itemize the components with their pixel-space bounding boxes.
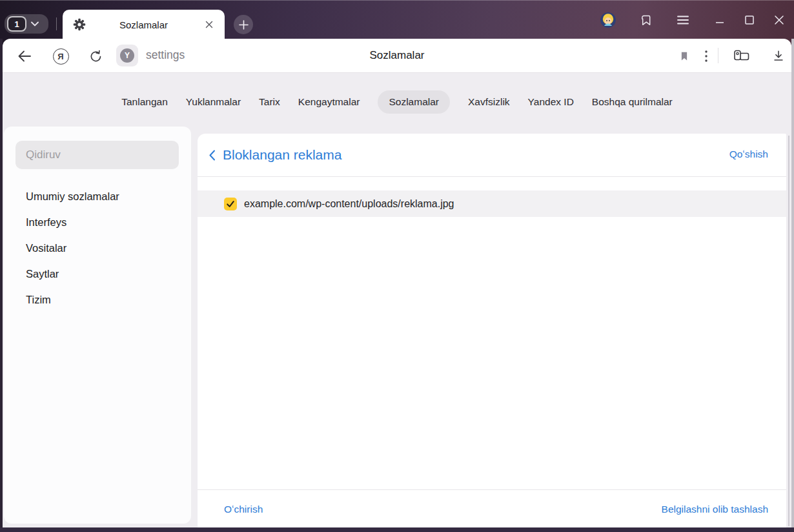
tab-title: Sozlamalar bbox=[63, 19, 225, 30]
profile-avatar[interactable] bbox=[595, 7, 621, 33]
chevron-down-icon bbox=[31, 21, 39, 26]
gear-icon bbox=[73, 18, 86, 34]
checkmark-icon bbox=[226, 200, 235, 208]
downloads-button[interactable] bbox=[768, 46, 789, 66]
blocked-ad-url: example.com/wp-content/uploads/reklama.j… bbox=[244, 198, 454, 210]
hamburger-icon bbox=[677, 15, 689, 25]
maximize-button[interactable] bbox=[735, 5, 764, 35]
blocked-ad-row[interactable]: example.com/wp-content/uploads/reklama.j… bbox=[198, 190, 786, 217]
sidebar-item-umumiy-sozlamalar[interactable]: Umumiy sozlamalar bbox=[4, 183, 191, 209]
avatar bbox=[600, 12, 616, 28]
window-border-left bbox=[0, 39, 3, 532]
titlebar-divider bbox=[56, 17, 57, 30]
bookmark-flag-icon bbox=[638, 13, 653, 27]
download-icon bbox=[771, 49, 786, 63]
header-divider bbox=[198, 176, 786, 177]
settings-sidebar: Umumiy sozlamalar Interfeys Vositalar Sa… bbox=[4, 127, 191, 524]
bookmark-button[interactable] bbox=[674, 46, 695, 66]
panel-footer: Oʻchirish Belgilashni olib tashlash bbox=[198, 490, 786, 528]
back-to-settings-button[interactable] bbox=[209, 150, 216, 161]
nav-tab-xavfsizlik[interactable]: Xavfsizlik bbox=[468, 96, 510, 108]
passwords-button[interactable] bbox=[731, 46, 751, 66]
panel-header: Bloklangan reklama Qoʻshish bbox=[198, 134, 786, 176]
bookmark-icon bbox=[678, 50, 690, 63]
browser-tab-settings[interactable]: Sozlamalar bbox=[63, 10, 225, 39]
toolbar-page-title: Sozlamalar bbox=[3, 49, 791, 62]
sidebar-item-saytlar[interactable]: Saytlar bbox=[4, 261, 191, 287]
kebab-menu-icon bbox=[705, 50, 707, 62]
toolbar-divider bbox=[718, 48, 718, 63]
clear-selection-link[interactable]: Belgilashni olib tashlash bbox=[662, 504, 768, 515]
search-input[interactable] bbox=[15, 141, 179, 169]
maximize-icon bbox=[745, 15, 754, 25]
browser-window: 1 Sozlamalar bbox=[0, 0, 794, 532]
delete-link[interactable]: Oʻchirish bbox=[224, 504, 263, 515]
scrollbar[interactable] bbox=[788, 136, 789, 526]
settings-nav: Tanlangan Yuklanmalar Tarix Kengaytmalar… bbox=[0, 73, 794, 131]
page-title[interactable]: Bloklangan reklama bbox=[223, 147, 341, 163]
window-border-bottom bbox=[0, 527, 794, 532]
tab-counter-button[interactable]: 1 bbox=[5, 14, 48, 34]
plus-icon bbox=[239, 20, 249, 30]
nav-tab-yandex-id[interactable]: Yandex ID bbox=[528, 96, 574, 108]
close-icon bbox=[775, 15, 784, 25]
window-border-right bbox=[791, 39, 794, 532]
sidebar-item-interfeys[interactable]: Interfeys bbox=[4, 209, 191, 235]
new-tab-button[interactable] bbox=[234, 15, 253, 34]
add-link[interactable]: Qoʻshish bbox=[729, 148, 768, 160]
row-checkbox[interactable] bbox=[224, 198, 237, 210]
browser-toolbar: Я Y settings Sozlamalar bbox=[3, 39, 791, 73]
tab-count: 1 bbox=[14, 19, 19, 29]
close-icon bbox=[205, 21, 213, 28]
tab-count-badge: 1 bbox=[7, 16, 26, 32]
notifications-button[interactable] bbox=[633, 7, 658, 33]
window-close-button[interactable] bbox=[764, 5, 794, 35]
nav-tab-tanlangan[interactable]: Tanlangan bbox=[121, 96, 168, 108]
nav-tab-yuklanmalar[interactable]: Yuklanmalar bbox=[186, 96, 241, 108]
minimize-icon bbox=[715, 15, 724, 25]
nav-tab-boshqa-qurilmalar[interactable]: Boshqa qurilmalar bbox=[592, 96, 673, 108]
blocked-ads-panel: Bloklangan reklama Qoʻshish example.com/… bbox=[198, 134, 786, 528]
nav-tab-kengaytmalar[interactable]: Kengaytmalar bbox=[298, 96, 360, 108]
nav-tab-sozlamalar[interactable]: Sozlamalar bbox=[378, 90, 450, 114]
menu-button[interactable] bbox=[670, 7, 696, 33]
key-card-icon bbox=[733, 49, 750, 63]
tab-close-button[interactable] bbox=[201, 17, 217, 32]
minimize-button[interactable] bbox=[705, 5, 735, 35]
nav-tab-tarix[interactable]: Tarix bbox=[259, 96, 280, 108]
more-menu-button[interactable] bbox=[696, 46, 717, 66]
chevron-left-icon bbox=[209, 150, 216, 161]
sidebar-item-tizim[interactable]: Tizim bbox=[4, 287, 191, 312]
sidebar-item-vositalar[interactable]: Vositalar bbox=[4, 235, 191, 261]
